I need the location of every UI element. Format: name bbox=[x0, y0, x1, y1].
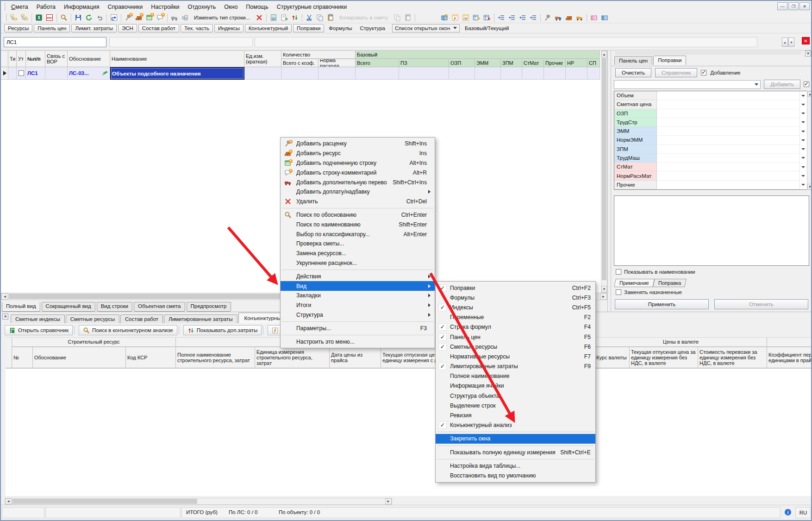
context-menu-item[interactable]: + bbox=[281, 207, 435, 210]
excel-export-icon[interactable]: + bbox=[33, 13, 44, 23]
view-tab[interactable]: Объектная смета bbox=[134, 302, 185, 312]
group-icon[interactable]: + bbox=[180, 13, 190, 23]
parameter-value[interactable] bbox=[657, 145, 800, 154]
parameter-value[interactable] bbox=[657, 154, 800, 163]
lower-hscroll-thumb[interactable] bbox=[12, 499, 197, 504]
change-row-type-button[interactable]: Изменить тип строки... + bbox=[190, 13, 254, 23]
add-comment-icon[interactable]: + Добавить строку-комментарий Alt+R bbox=[281, 168, 435, 177]
clear-button[interactable]: Очистить bbox=[615, 68, 651, 77]
menubar-item[interactable]: Смета bbox=[7, 2, 32, 12]
view-tab[interactable]: Полный вид bbox=[2, 302, 40, 312]
submenu-item[interactable]: Восстановить вид по умолчанию bbox=[436, 471, 595, 480]
view-tab[interactable]: Вид строки bbox=[97, 302, 132, 312]
col-total-coef[interactable]: Всего с коэф. bbox=[281, 59, 319, 67]
parameter-value[interactable] bbox=[657, 91, 800, 100]
paste-icon[interactable]: + bbox=[325, 13, 336, 23]
col-ozp[interactable]: ОЗП bbox=[449, 59, 475, 67]
menubar-item[interactable]: Работа bbox=[32, 2, 60, 12]
toolbar-item[interactable]: + bbox=[119, 13, 123, 22]
col-vor[interactable]: Связь с ВОР bbox=[45, 50, 68, 67]
col-stmat[interactable]: СтМат bbox=[522, 59, 544, 67]
toolbar-item[interactable]: + bbox=[55, 13, 58, 22]
lcol-basis[interactable]: Обоснование bbox=[33, 347, 126, 368]
parameter-row[interactable]: ТрудСтр bbox=[614, 118, 812, 127]
scroll-right-icon[interactable]: ► bbox=[385, 498, 392, 504]
scroll-down-icon[interactable]: ▼ bbox=[807, 184, 812, 189]
mode-tab[interactable]: Формулы bbox=[325, 25, 355, 32]
mode-tab[interactable]: Индексы bbox=[214, 24, 244, 32]
col-num[interactable]: №п/п bbox=[26, 50, 45, 67]
table-delete-icon[interactable]: + bbox=[481, 13, 492, 23]
scroll-up-icon[interactable]: ▲ bbox=[601, 51, 607, 57]
lcol-ksr[interactable]: Код КСР bbox=[126, 347, 176, 368]
chevron-down-icon[interactable] bbox=[800, 163, 806, 171]
close-button[interactable]: ✕ bbox=[800, 2, 810, 10]
copy-to-estimate-button[interactable]: Копировать в смету + bbox=[336, 13, 392, 23]
col-total[interactable]: Всего bbox=[356, 59, 399, 67]
lcol-fullname[interactable]: Полное наименование строительного ресурс… bbox=[176, 347, 255, 368]
panel-splitter[interactable] bbox=[607, 50, 611, 312]
chevron-down-icon[interactable] bbox=[800, 154, 806, 163]
save-icon[interactable]: + bbox=[73, 13, 83, 23]
mode-tab[interactable]: Лимит. затраты bbox=[71, 24, 116, 32]
col-sp[interactable]: СП bbox=[587, 59, 600, 67]
add-button[interactable]: Добавить bbox=[764, 80, 800, 89]
truck-red-icon[interactable]: + Добавить дополнительную перевозку Shif… bbox=[281, 177, 435, 187]
reference-button[interactable]: Справочник bbox=[655, 68, 697, 77]
adding-checkbox[interactable] bbox=[701, 70, 706, 75]
scroll-down-icon[interactable]: ▼ bbox=[601, 286, 607, 292]
menubar-item[interactable]: Справочники bbox=[104, 2, 147, 12]
submenu-item[interactable] bbox=[436, 430, 595, 434]
col-basis[interactable]: Обоснование bbox=[68, 50, 110, 67]
refresh-icon[interactable]: + bbox=[83, 13, 94, 23]
toolbar-item[interactable]: + bbox=[417, 13, 439, 23]
pdf-export-icon[interactable]: + bbox=[44, 13, 55, 23]
lcol-unit[interactable]: Единица измерения строительного ресурса,… bbox=[255, 347, 330, 368]
parameter-row[interactable]: Объем bbox=[614, 91, 812, 100]
truck-blue-icon[interactable]: + bbox=[553, 13, 563, 23]
parameter-row[interactable]: Сметная цена bbox=[614, 100, 812, 109]
lower-tab[interactable]: Сметные индексы bbox=[11, 314, 65, 323]
parameter-value[interactable] bbox=[657, 118, 800, 127]
search-icon[interactable]: + bbox=[58, 13, 69, 23]
updown-icon[interactable]: + bbox=[289, 13, 300, 23]
parameter-row[interactable]: СтМат bbox=[614, 163, 812, 171]
book-blue-icon[interactable]: + bbox=[599, 13, 610, 23]
chevron-down-icon[interactable] bbox=[800, 91, 806, 100]
cancel-button[interactable]: Отменить bbox=[714, 299, 808, 309]
col-ti[interactable]: Ти bbox=[8, 50, 17, 67]
list-vscrollbar[interactable]: ▲ ▼ bbox=[807, 91, 812, 190]
show-extra-costs-button[interactable]: Показывать доп.затраты bbox=[183, 325, 262, 335]
unlock-icon[interactable]: + bbox=[108, 13, 119, 23]
col-emm[interactable]: ЭММ bbox=[475, 59, 501, 67]
lower-hscrollbar[interactable]: ◄ ► bbox=[5, 498, 392, 505]
col-name[interactable]: Наименование bbox=[110, 50, 244, 67]
context-menu-item[interactable]: + Замена ресурсов... bbox=[281, 249, 435, 258]
search-icon[interactable]: + Поиск по обоснованию Ctrl+Enter bbox=[281, 210, 435, 220]
chevron-down-icon[interactable] bbox=[800, 118, 806, 127]
correction-combo[interactable] bbox=[614, 80, 761, 89]
main-vscrollbar[interactable]: ▲ ▼ bbox=[601, 50, 607, 293]
submenu-item[interactable]: Настройка вида таблицы... bbox=[436, 461, 595, 471]
panel-close-icon[interactable]: ✕ bbox=[805, 50, 811, 56]
add-comment-icon[interactable]: + bbox=[155, 13, 165, 23]
scroll-left-icon[interactable]: ◄ bbox=[5, 498, 12, 504]
mode-tab[interactable]: Структура bbox=[356, 25, 388, 32]
col-other[interactable]: Прочие bbox=[544, 59, 566, 67]
context-menu-item[interactable]: + Действия bbox=[281, 271, 435, 281]
close-formula-icon[interactable]: ✕ bbox=[802, 37, 810, 44]
mode-tab[interactable]: Состав работ bbox=[138, 24, 179, 32]
undo-icon[interactable]: + bbox=[94, 13, 105, 23]
apply-button[interactable]: Применить bbox=[615, 299, 709, 309]
parameter-row[interactable]: НормРасхМат bbox=[614, 171, 812, 180]
toolbar-item[interactable]: + bbox=[30, 13, 33, 22]
cell-emm[interactable] bbox=[475, 67, 501, 80]
delete-icon[interactable]: + bbox=[254, 13, 264, 23]
context-menu-item[interactable]: + Параметры... F3 bbox=[281, 323, 435, 333]
submenu-item[interactable]: Переменные F2 bbox=[436, 313, 595, 322]
panel-tab[interactable]: Поправки bbox=[653, 56, 686, 65]
table-edit-icon[interactable]: + bbox=[471, 13, 481, 23]
lower-toolbar-button[interactable] bbox=[263, 325, 266, 335]
panel-grip[interactable] bbox=[615, 52, 801, 54]
chevron-down-icon[interactable] bbox=[800, 181, 806, 189]
